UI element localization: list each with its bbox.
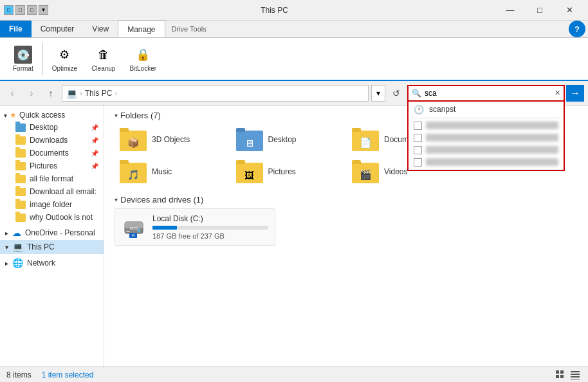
devices-section-header[interactable]: ▾ Devices and drives (1) xyxy=(115,195,578,205)
result-row-2 xyxy=(411,132,561,144)
sidebar-item-downloadallemails[interactable]: Download all email: xyxy=(0,185,104,198)
title-bar-app-icons: □ □ □ ▼ xyxy=(4,5,48,15)
forward-button[interactable]: › xyxy=(23,85,40,102)
sidebar-item-thispc[interactable]: ▾ 💻 This PC xyxy=(0,240,104,254)
pin-icon-desktop: 📌 xyxy=(91,124,98,131)
sidebar-item-downloads[interactable]: Downloads 📌 xyxy=(0,134,104,147)
address-pc-icon: 💻 xyxy=(66,88,77,98)
device-info-localc: Local Disk (C:) 187 GB free of 237 GB xyxy=(152,214,268,240)
folder-desktop-label: Desktop xyxy=(268,135,297,144)
optimize-label: Optimize xyxy=(52,65,77,72)
sidebar-thispc-label: This PC xyxy=(27,242,55,251)
result-checkbox-2[interactable] xyxy=(414,134,422,142)
status-selected: 1 item selected xyxy=(42,370,94,379)
address-path-thispc: This PC xyxy=(85,89,113,98)
back-button[interactable]: ‹ xyxy=(4,85,21,102)
chevron-down-icon-thispc: ▾ xyxy=(5,244,8,251)
status-item-count: 8 items xyxy=(6,370,32,379)
ribbon-divider xyxy=(42,43,43,75)
address-bar: ‹ › ↑ 💻 › This PC › ▾ ↺ 🔍 ✕ → 🕐 scanpst xyxy=(0,81,588,105)
status-view-controls xyxy=(554,368,582,381)
result-row-4 xyxy=(411,156,561,168)
sidebar-item-imagefolder[interactable]: image folder xyxy=(0,198,104,211)
view-large-icons-button[interactable] xyxy=(554,368,567,381)
app-icon-3[interactable]: □ xyxy=(27,5,37,15)
status-bar: 8 items 1 item selected xyxy=(0,367,588,382)
search-row: 🔍 ✕ → xyxy=(407,85,584,102)
sidebar-item-allfileformat[interactable]: all file format xyxy=(0,172,104,185)
maximize-button[interactable]: □ xyxy=(525,0,555,21)
ribbon-btn-cleanup[interactable]: 🗑 Cleanup xyxy=(86,43,120,75)
up-button[interactable]: ↑ xyxy=(42,85,59,102)
large-icons-svg xyxy=(556,370,565,379)
svg-rect-11 xyxy=(571,371,580,372)
sidebar-network-label: Network xyxy=(27,259,55,268)
address-input[interactable]: 💻 › This PC › xyxy=(62,85,369,102)
chevron-right-icon-onedrive: ▸ xyxy=(5,230,8,237)
search-go-button[interactable]: → xyxy=(566,85,584,102)
documents-folder-icon xyxy=(15,149,26,158)
folder-videos-label: Videos xyxy=(384,167,407,176)
result-checkbox-1[interactable] xyxy=(414,122,422,130)
tab-manage[interactable]: Manage xyxy=(118,21,165,37)
result-checkbox-4[interactable] xyxy=(414,158,422,167)
sidebar-section-quick-access[interactable]: ▾ ★ Quick access xyxy=(0,108,104,121)
search-area: 🔍 ✕ → 🕐 scanpst xyxy=(407,85,584,102)
folders-section-label: Folders (7) xyxy=(120,111,161,120)
sidebar-onedrive-label: OneDrive - Personal xyxy=(25,228,95,237)
quick-access-toolbar-btn[interactable]: ▼ xyxy=(39,5,48,15)
minimize-button[interactable]: — xyxy=(495,0,525,21)
details-svg xyxy=(571,370,580,379)
sidebar-item-network[interactable]: ▸ 🌐 Network xyxy=(0,254,104,270)
devices-section-label: Devices and drives (1) xyxy=(120,195,203,205)
search-box[interactable]: 🔍 ✕ xyxy=(407,85,565,102)
tab-computer[interactable]: Computer xyxy=(32,21,84,37)
search-suggestion-item[interactable]: 🕐 scanpst xyxy=(409,102,564,118)
sidebar-downloads-label: Downloads xyxy=(30,136,68,145)
whyoutlook-folder-icon xyxy=(15,214,26,222)
tab-view[interactable]: View xyxy=(83,21,118,37)
folder-icon-3dobjects: 📦 xyxy=(120,128,147,151)
result-checkbox-3[interactable] xyxy=(414,146,422,154)
format-label: Format xyxy=(13,65,33,72)
svg-rect-9 xyxy=(556,375,559,378)
app-icon-2[interactable]: □ xyxy=(15,5,25,15)
help-button[interactable]: ? xyxy=(569,21,585,37)
sidebar-downloademail-label: Download all email: xyxy=(30,187,96,196)
folder-item-3dobjects[interactable]: 📦 3D Objects xyxy=(115,124,230,155)
view-details-button[interactable] xyxy=(569,368,582,381)
search-input[interactable] xyxy=(425,89,551,98)
sidebar: ▾ ★ Quick access Desktop 📌 Downloads 📌 D… xyxy=(0,105,104,367)
sidebar-item-documents[interactable]: Documents 📌 xyxy=(0,147,104,159)
close-button[interactable]: ✕ xyxy=(555,0,584,21)
sidebar-item-desktop[interactable]: Desktop 📌 xyxy=(0,121,104,134)
app-icon-1[interactable]: □ xyxy=(4,5,14,15)
sidebar-imagefolder-label: image folder xyxy=(30,200,72,209)
svg-rect-14 xyxy=(571,379,580,379)
storage-bar xyxy=(152,226,268,230)
search-magnifier-icon: 🔍 xyxy=(409,89,425,98)
drive-tools-label[interactable]: Drive Tools xyxy=(165,21,213,37)
folder-item-music[interactable]: 🎵 Music xyxy=(115,156,230,187)
folder-icon-pictures: 🖼 xyxy=(236,160,263,183)
search-dropdown: 🕐 scanpst xyxy=(407,102,565,171)
refresh-button[interactable]: ↺ xyxy=(388,85,405,102)
sidebar-item-whyoutlook[interactable]: why Outlook is not xyxy=(0,211,104,224)
folder-icon-documents: 📄 xyxy=(352,128,379,151)
computer-icon: 💻 xyxy=(12,242,23,252)
ribbon-btn-bitlocker[interactable]: 🔒 BitLocker xyxy=(124,43,161,75)
folder-item-pictures[interactable]: 🖼 Pictures xyxy=(231,156,346,187)
folder-item-desktop[interactable]: 🖥 Desktop xyxy=(231,124,346,155)
sidebar-item-pictures[interactable]: Pictures 📌 xyxy=(0,159,104,172)
sidebar-item-onedrive[interactable]: ▸ ☁ OneDrive - Personal xyxy=(0,224,104,240)
tab-file[interactable]: File xyxy=(0,21,32,37)
address-dropdown-btn[interactable]: ▾ xyxy=(371,85,385,102)
result-text-3 xyxy=(426,146,558,154)
ribbon-btn-optimize[interactable]: ⚙ Optimize xyxy=(47,43,82,75)
bitlocker-label: BitLocker xyxy=(129,65,156,72)
ribbon-btn-format[interactable]: 💽 Format xyxy=(8,43,39,75)
search-clear-icon[interactable]: ✕ xyxy=(551,89,564,97)
quick-access-label: Quick access xyxy=(19,111,65,120)
blurred-results-area xyxy=(409,118,564,170)
device-item-localc[interactable]: HDD W Local Disk (C:) 187 GB free of 237… xyxy=(115,208,275,246)
